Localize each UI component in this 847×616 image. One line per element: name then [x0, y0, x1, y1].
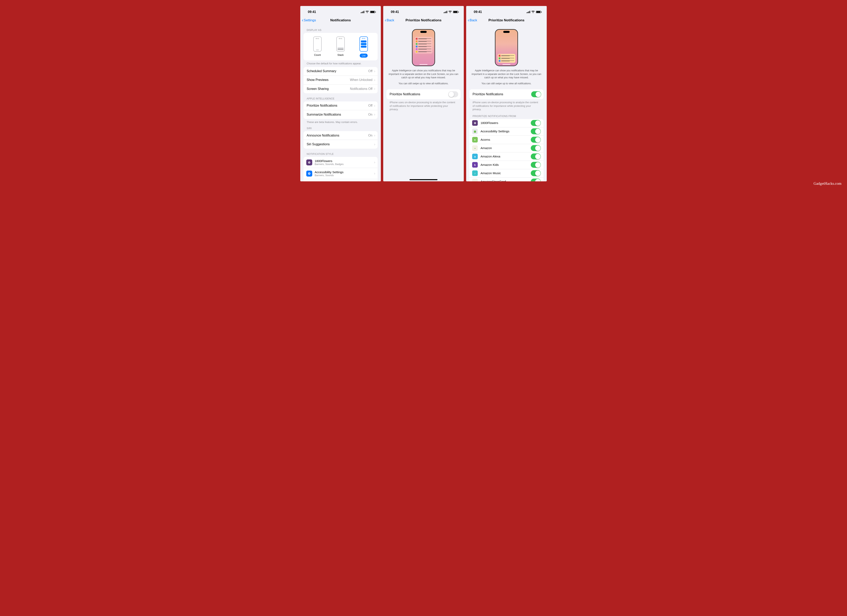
- app-toggle-row: ⌣Amazon: [469, 144, 543, 152]
- row-siri-suggestions[interactable]: Siri Suggestions ›: [304, 140, 378, 149]
- back-button[interactable]: ‹ Back: [468, 18, 477, 23]
- cellular-icon: [361, 11, 364, 13]
- status-time: 09:41: [308, 10, 316, 14]
- display-as-footer: Choose the default for how notifications…: [304, 60, 378, 66]
- display-as-card: 09:41 Count 09:41 Stack 09:41 List: [304, 33, 378, 60]
- app-name: 1800Flowers: [481, 121, 531, 125]
- prioritize-toggle-card: Prioritize Notifications: [469, 89, 543, 99]
- status-bar: 09:41: [300, 6, 381, 16]
- chevron-right-icon: ›: [374, 104, 375, 108]
- app-toggle[interactable]: [531, 145, 541, 151]
- chevron-right-icon: ›: [374, 69, 375, 73]
- nav-bar: ‹ Back Prioritize Notifications: [383, 16, 464, 25]
- row-scheduled-summary[interactable]: Scheduled Summary Off ›: [304, 67, 378, 76]
- cellular-icon: [444, 11, 447, 13]
- option-label: Count: [314, 54, 321, 56]
- app-icon: ✿: [306, 159, 312, 165]
- intro-text-1: Apple Intelligence can show you notifica…: [470, 69, 543, 80]
- intro-section: Apple Intelligence can show you notifica…: [469, 25, 543, 85]
- svg-rect-7: [447, 11, 447, 13]
- chevron-right-icon: ›: [374, 142, 375, 146]
- app-toggle-row: aAmazon Alexa: [469, 152, 543, 161]
- row-prioritize-notifications[interactable]: Prioritize Notifications Off ›: [304, 102, 378, 110]
- battery-icon: [536, 11, 541, 13]
- app-toggle[interactable]: [531, 178, 541, 181]
- prioritize-toggle[interactable]: [448, 91, 458, 97]
- svg-rect-10: [528, 11, 529, 13]
- app-name: Amazon Music: [481, 171, 531, 175]
- app-name: AmazonStoreCard: [481, 180, 531, 181]
- summary-group: Scheduled Summary Off › Show Previews Wh…: [304, 67, 378, 93]
- screen-prioritize-off: 09:41 ‹ Back Prioritize Notifications Ap…: [383, 6, 464, 181]
- app-toggle[interactable]: [531, 162, 541, 168]
- content: Apple Intelligence can show you notifica…: [383, 25, 464, 181]
- apps-list: ✿1800Flowers▦Accessibility Settings●Acor…: [469, 119, 543, 181]
- status-time: 09:41: [474, 10, 482, 14]
- notif-style-header: NOTIFICATION STYLE: [304, 149, 378, 157]
- chevron-right-icon: ›: [374, 160, 375, 164]
- app-toggle[interactable]: [531, 120, 541, 126]
- toggle-footer: iPhone uses on-device processing to anal…: [469, 99, 543, 112]
- mini-phone-stack: 09:41: [336, 37, 345, 52]
- row-screen-sharing[interactable]: Screen Sharing Notifications Off ›: [304, 84, 378, 93]
- app-name: Accessibility Settings: [481, 130, 531, 133]
- chevron-right-icon: ›: [374, 87, 375, 91]
- svg-rect-6: [446, 11, 446, 13]
- intro-section: Apple Intelligence can show you notifica…: [387, 25, 460, 85]
- row-summarize-notifications[interactable]: Summarize Notifications On ›: [304, 110, 378, 119]
- status-bar: 09:41: [383, 6, 464, 16]
- screen-notifications-settings: 09:41 ‹ Settings Notifications DISPLAY A…: [300, 6, 381, 181]
- content: Apple Intelligence can show you notifica…: [466, 25, 547, 181]
- app-toggle[interactable]: [531, 137, 541, 143]
- toggle-footer: iPhone uses on-device processing to anal…: [387, 99, 460, 112]
- row-show-previews[interactable]: Show Previews When Unlocked ›: [304, 76, 378, 84]
- svg-rect-3: [364, 11, 364, 13]
- app-icon: ✿: [472, 120, 478, 126]
- row-prioritize-toggle: Prioritize Notifications: [469, 89, 543, 99]
- app-name: Amazon Kids: [481, 163, 531, 167]
- app-icon: k: [472, 162, 478, 168]
- app-toggle-row: ▭AmazonStoreCard: [469, 178, 543, 181]
- app-row-1800flowers[interactable]: ✿ 1800Flowers Banners, Sounds, Badges ›: [304, 157, 378, 168]
- chevron-left-icon: ‹: [468, 18, 469, 23]
- back-button[interactable]: ‹ Back: [385, 18, 394, 23]
- app-toggle[interactable]: [531, 153, 541, 159]
- app-row-accessibility[interactable]: ✪ Accessibility Settings Banners, Sounds…: [304, 168, 378, 179]
- app-name: Amazon: [481, 146, 531, 150]
- app-toggle[interactable]: [531, 170, 541, 176]
- watermark: GadgetHacks.com: [813, 181, 841, 186]
- home-indicator[interactable]: [410, 179, 437, 180]
- cellular-icon: [527, 11, 530, 13]
- app-row-acorns[interactable]: ● Acorns ›: [304, 179, 378, 181]
- display-option-stack[interactable]: 09:41 Stack: [336, 37, 345, 57]
- app-name: Acorns: [481, 138, 531, 141]
- app-toggle-row: ▦Accessibility Settings: [469, 127, 543, 136]
- status-time: 09:41: [391, 10, 399, 14]
- display-option-count[interactable]: 09:41 Count: [313, 37, 322, 57]
- svg-rect-2: [363, 11, 363, 13]
- back-button[interactable]: ‹ Settings: [302, 18, 316, 23]
- siri-group: Announce Notifications On › Siri Suggest…: [304, 131, 378, 149]
- status-bar: 09:41: [466, 6, 547, 16]
- app-icon: ▦: [472, 128, 478, 134]
- svg-rect-0: [361, 12, 361, 13]
- app-toggle-row: ♪Amazon Music: [469, 169, 543, 178]
- intro-text-2: You can still swipe up to view all notif…: [387, 82, 460, 85]
- battery-icon: [370, 11, 375, 13]
- display-option-list[interactable]: 09:41 List: [360, 37, 368, 57]
- svg-rect-5: [445, 12, 445, 13]
- status-icons: [444, 11, 458, 13]
- chevron-left-icon: ‹: [302, 18, 303, 23]
- app-icon: a: [472, 154, 478, 159]
- app-toggle[interactable]: [531, 128, 541, 134]
- svg-rect-1: [362, 12, 362, 13]
- ai-header: APPLE INTELLIGENCE: [304, 93, 378, 102]
- status-icons: [527, 11, 541, 13]
- wifi-icon: [449, 11, 452, 13]
- app-toggle-row: ✿1800Flowers: [469, 119, 543, 127]
- prioritize-toggle[interactable]: [531, 91, 541, 97]
- row-announce-notifications[interactable]: Announce Notifications On ›: [304, 131, 378, 140]
- chevron-left-icon: ‹: [385, 18, 386, 23]
- nav-bar: ‹ Settings Notifications: [300, 16, 381, 25]
- intro-text-2: You can still swipe up to view all notif…: [470, 82, 543, 85]
